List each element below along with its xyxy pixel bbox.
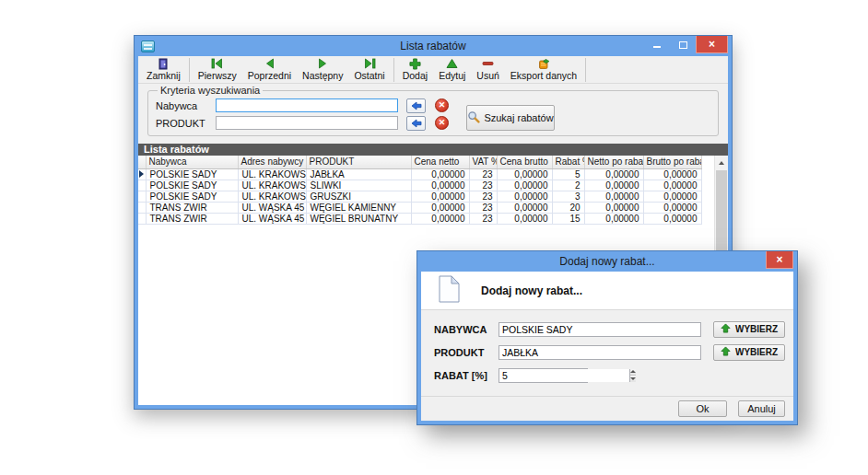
grid-cell[interactable]: 0,00000: [497, 180, 552, 191]
choose-produkt-button[interactable]: WYBIERZ: [713, 344, 785, 361]
table-row[interactable]: TRANS ŻWIRUL. WĄSKA 45WĘGIEL KAMIENNY0,0…: [138, 202, 701, 213]
main-titlebar[interactable]: Lista rabatów ×: [135, 36, 732, 56]
toolbar-label: Ostatni: [354, 70, 384, 81]
grid-cell[interactable]: POLSKIE SADY: [146, 180, 238, 191]
table-row[interactable]: POLSKIE SADYUL. KRAKOWSKA 145ŚLIWKI0,000…: [138, 180, 701, 191]
grid-cell[interactable]: ŚLIWKI: [306, 180, 411, 191]
toolbar-separator: [189, 58, 190, 82]
grid-cell[interactable]: UL. KRAKOWSKA 145: [238, 168, 306, 180]
toolbar-button-nastepny[interactable]: Następny: [297, 57, 348, 83]
grid-cell[interactable]: TRANS ŻWIR: [146, 213, 238, 224]
criteria-band: Kryteria wyszukiwania Nabywca ✕ PRODUKT: [138, 84, 728, 144]
grid-column-header[interactable]: VAT %: [469, 156, 497, 168]
grid-column-header[interactable]: PRODUKT: [306, 156, 411, 168]
grid-column-header[interactable]: Adres nabywcy: [238, 156, 306, 168]
produkt-clear-button[interactable]: ✕: [435, 116, 449, 130]
grid-cell[interactable]: 23: [469, 180, 497, 191]
nabywca-insert-button[interactable]: [406, 98, 426, 113]
left-arrow-icon: [411, 115, 422, 132]
toolbar-button-usun[interactable]: Usuń: [471, 57, 505, 83]
grid-cell[interactable]: UL. KRAKOWSKA 145: [238, 180, 306, 191]
toolbar: Zamknij Pierwszy Poprzedni: [138, 56, 728, 84]
row-indicator-cell: [138, 213, 146, 224]
grid-cell[interactable]: WĘGIEL KAMIENNY: [306, 202, 411, 213]
grid-cell[interactable]: 3: [552, 191, 584, 202]
grid-cell[interactable]: 5: [552, 168, 584, 180]
toolbar-button-dodaj[interactable]: Dodaj: [397, 57, 433, 83]
dialog-close-button[interactable]: ×: [766, 251, 793, 269]
produkt-value-input[interactable]: [499, 345, 701, 360]
toolbar-button-edytuj[interactable]: Edytuj: [433, 57, 471, 83]
grid-cell[interactable]: 0,00000: [584, 180, 643, 191]
grid-cell[interactable]: 0,00000: [643, 213, 701, 224]
spin-up-button[interactable]: [630, 369, 636, 377]
grid-cell[interactable]: 0,00000: [584, 213, 643, 224]
grid-cell[interactable]: 20: [552, 202, 584, 213]
grid-column-header[interactable]: Brutto po rabacie: [643, 156, 701, 168]
grid-cell[interactable]: 0,00000: [411, 202, 469, 213]
spin-down-button[interactable]: [630, 376, 636, 382]
grid-cell[interactable]: UL. WĄSKA 45: [238, 202, 306, 213]
close-button[interactable]: ×: [696, 36, 728, 53]
table-row[interactable]: POLSKIE SADYUL. KRAKOWSKA 145GRUSZKI0,00…: [138, 191, 701, 202]
toolbar-button-poprzedni[interactable]: Poprzedni: [242, 57, 297, 83]
toolbar-button-ostatni[interactable]: Ostatni: [348, 57, 390, 83]
grid-cell[interactable]: 0,00000: [497, 191, 552, 202]
grid-cell[interactable]: 0,00000: [584, 202, 643, 213]
grid-cell[interactable]: 0,00000: [497, 202, 552, 213]
grid-cell[interactable]: UL. KRAKOWSKA 145: [238, 191, 306, 202]
toolbar-button-zamknij[interactable]: Zamknij: [141, 57, 186, 83]
grid-cell[interactable]: 15: [552, 213, 584, 224]
grid-cell[interactable]: 0,00000: [643, 191, 701, 202]
grid-cell[interactable]: 0,00000: [497, 168, 552, 180]
nabywca-filter-input[interactable]: [216, 98, 398, 112]
grid-column-header[interactable]: Rabat %: [552, 156, 584, 168]
grid-cell[interactable]: 0,00000: [643, 202, 701, 213]
nabywca-clear-button[interactable]: ✕: [435, 98, 449, 112]
rabat-value-input[interactable]: [499, 369, 629, 382]
maximize-button[interactable]: [670, 36, 696, 52]
grid-cell[interactable]: 0,00000: [411, 180, 469, 191]
grid-column-header[interactable]: Nabywca: [146, 156, 238, 168]
grid-cell[interactable]: 2: [552, 180, 584, 191]
grid-cell[interactable]: JABŁKA: [306, 168, 411, 180]
grid-cell[interactable]: 23: [469, 202, 497, 213]
grid-cell[interactable]: GRUSZKI: [306, 191, 411, 202]
table-row[interactable]: POLSKIE SADYUL. KRAKOWSKA 145JABŁKA0,000…: [138, 168, 701, 180]
scroll-up-button[interactable]: [715, 156, 728, 169]
grid-cell[interactable]: 0,00000: [584, 168, 643, 180]
grid-cell[interactable]: WĘGIEL BRUNATNY: [306, 213, 411, 224]
grid-column-header[interactable]: Netto po rabacie: [584, 156, 643, 168]
grid-cell[interactable]: TRANS ŻWIR: [146, 202, 238, 213]
minimize-button[interactable]: [644, 36, 670, 52]
dialog-titlebar[interactable]: Dodaj nowy rabat... ×: [417, 251, 797, 272]
grid-cell[interactable]: POLSKIE SADY: [146, 168, 238, 180]
choose-nabywca-button[interactable]: WYBIERZ: [713, 321, 785, 338]
grid-cell[interactable]: 0,00000: [411, 168, 469, 180]
grid-cell[interactable]: 0,00000: [497, 213, 552, 224]
search-discounts-button[interactable]: Szukaj rabatów: [466, 105, 555, 131]
grid-column-header[interactable]: Cena brutto: [497, 156, 552, 168]
grid-cell[interactable]: 0,00000: [643, 168, 701, 180]
grid-cell[interactable]: 0,00000: [411, 213, 469, 224]
table-row[interactable]: TRANS ŻWIRUL. WĄSKA 45WĘGIEL BRUNATNY0,0…: [138, 213, 701, 224]
row-indicator-cell: [138, 168, 146, 180]
cancel-button[interactable]: Anuluj: [738, 400, 785, 417]
produkt-filter-input[interactable]: [216, 116, 398, 130]
ok-button[interactable]: Ok: [678, 400, 727, 417]
grid-cell[interactable]: 23: [469, 168, 497, 180]
toolbar-button-pierwszy[interactable]: Pierwszy: [193, 57, 242, 83]
toolbar-button-eksport[interactable]: Eksport danych: [505, 57, 582, 83]
grid-cell[interactable]: UL. WĄSKA 45: [238, 213, 306, 224]
grid-cell[interactable]: 0,00000: [411, 191, 469, 202]
grid-cell[interactable]: POLSKIE SADY: [146, 191, 238, 202]
grid-cell[interactable]: 23: [469, 213, 497, 224]
last-record-icon: [364, 58, 376, 70]
grid-column-header[interactable]: Cena netto: [411, 156, 469, 168]
toolbar-label: Pierwszy: [198, 70, 237, 81]
grid-cell[interactable]: 0,00000: [584, 191, 643, 202]
grid-cell[interactable]: 23: [469, 191, 497, 202]
grid-cell[interactable]: 0,00000: [643, 180, 701, 191]
nabywca-value-input[interactable]: [499, 322, 701, 337]
produkt-insert-button[interactable]: [406, 116, 426, 131]
